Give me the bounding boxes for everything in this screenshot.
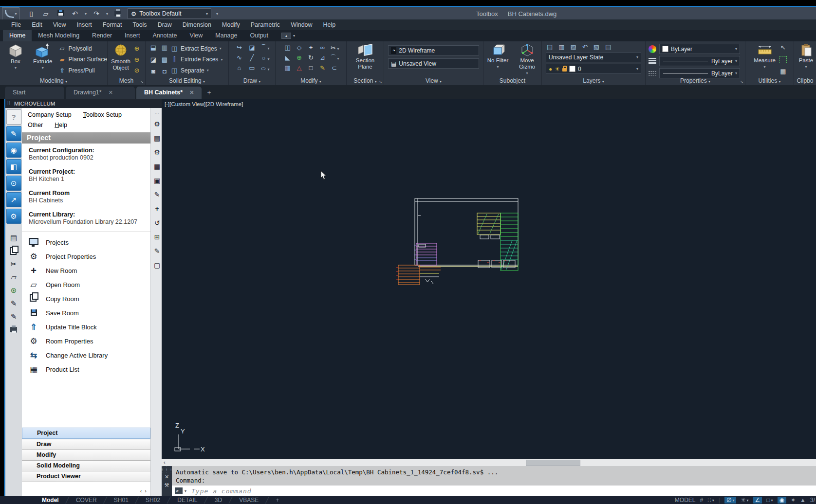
menu-edit[interactable]: Edit — [26, 21, 48, 28]
palette-scroll-nav[interactable]: ‹› — [140, 488, 149, 494]
layer-state-dropdown[interactable]: Unsaved Layer State▾ — [546, 52, 641, 62]
panel-utilities-label[interactable]: Utilities ▾ — [745, 77, 794, 84]
product-list-button[interactable]: ▦Product List — [22, 362, 150, 377]
accordion-product-viewer[interactable]: Product Viewer — [22, 471, 150, 482]
file-tab-start[interactable]: Start — [5, 87, 64, 99]
polysolid-button[interactable]: ▱Polysolid — [58, 44, 107, 53]
open-room-button[interactable]: ▱Open Room — [22, 278, 150, 292]
layout-tab-3d[interactable]: 3D — [208, 497, 229, 504]
extract-edges-button[interactable]: ◫Extract Edges▾ — [170, 44, 223, 53]
annotation-visibility-icon[interactable]: ◉ — [778, 497, 786, 504]
panel-view-label[interactable]: View ▾ — [384, 77, 483, 84]
projects-button[interactable]: Projects — [22, 235, 150, 250]
layout-tab-sh01[interactable]: SH01 — [107, 497, 135, 504]
ribbon-tab-mesh-modeling[interactable]: Mesh Modeling — [32, 30, 86, 41]
mesh-refine-button[interactable]: ⊕ — [133, 44, 141, 53]
separate-button[interactable]: ◫Separate▾ — [170, 66, 223, 75]
clipboard-tool-button[interactable]: ▤ — [7, 231, 20, 244]
menu-help[interactable]: Help — [318, 21, 341, 28]
open-file-icon[interactable]: ▱ — [41, 10, 51, 18]
trim-dropdown[interactable]: ✂▾ — [329, 43, 339, 52]
hatch-icon[interactable]: ◪ — [248, 44, 256, 51]
visual-style-dropdown[interactable]: ◔ 2D Wireframe — [388, 45, 479, 55]
subtract-icon[interactable]: ◪ — [149, 56, 157, 63]
extrude-button[interactable]: Extrude▾ — [31, 42, 55, 71]
section-dialog-launcher[interactable]: ↘ — [378, 79, 382, 84]
layer-freeze-icon[interactable]: ▧ — [593, 43, 599, 51]
move-icon[interactable]: + — [307, 44, 315, 51]
menu-parametric[interactable]: Parametric — [245, 21, 285, 28]
scrollbar-thumb[interactable] — [526, 460, 580, 466]
panel-modify-label[interactable]: Modify ▾ — [276, 77, 346, 84]
layer-dropdown[interactable]: ● ☀ 0▾ — [546, 64, 641, 74]
select-similar-icon[interactable] — [779, 56, 787, 63]
report-edit-button[interactable]: ✎ — [7, 297, 20, 310]
offset-icon[interactable]: ⊿ — [319, 54, 327, 61]
object-color-dropdown[interactable]: ByLayer▾ — [659, 44, 740, 54]
table-icon[interactable]: ▦ — [154, 159, 160, 173]
app-logo-button[interactable]: ▾ — [2, 7, 19, 20]
command-history[interactable]: Automatic save to C:\Users\ben.h\AppData… — [172, 466, 816, 487]
panel-subobject-label[interactable]: Subobject — [483, 77, 541, 84]
file-tab-bh-cabinets[interactable]: BH Cabinets*✕ — [136, 87, 202, 99]
new-layout-button[interactable]: + — [269, 497, 286, 504]
qat-customize-dropdown[interactable]: ▾ — [216, 12, 218, 16]
menu-help[interactable]: Help — [55, 122, 67, 128]
menu-format[interactable]: Format — [97, 21, 128, 28]
horizontal-scrollbar[interactable]: ‹ — [162, 459, 816, 466]
viewport-controls[interactable]: [-][Custom View][2D Wireframe] — [165, 101, 243, 107]
open-folder-button[interactable]: ▱ — [7, 270, 20, 284]
rotate-icon[interactable]: ↻ — [307, 54, 315, 61]
undo-icon[interactable]: ↶ — [70, 10, 80, 18]
close-icon[interactable]: ✕ — [109, 87, 113, 99]
command-close-icon[interactable]: ✕ — [165, 474, 169, 480]
pencil-icon[interactable]: ✎ — [154, 187, 160, 201]
properties-dialog-launcher[interactable]: ↘ — [740, 79, 743, 84]
model-space-indicator[interactable]: MODEL — [675, 497, 696, 504]
circle-dropdown[interactable]: ○▾ — [260, 54, 269, 62]
project-properties-button[interactable]: ⚙Project Properties — [22, 250, 150, 264]
cleanup-tool-button[interactable]: ✂ — [7, 257, 20, 270]
drawing-canvas[interactable]: [-][Custom View][2D Wireframe] — [162, 99, 816, 459]
layout-tab-model[interactable]: Model — [35, 497, 66, 504]
named-view-dropdown[interactable]: ▤ Unsaved View — [388, 58, 479, 69]
quick-calc-icon[interactable]: ▦ — [779, 68, 787, 75]
erase-icon[interactable]: ✎ — [319, 64, 327, 72]
menu-company-setup[interactable]: Company Setup — [28, 111, 72, 118]
mesh-crease-button[interactable]: ⊘ — [133, 66, 141, 75]
isodraft-icon[interactable]: ∠ — [753, 497, 762, 504]
web-library-button[interactable]: ⊛ — [7, 284, 20, 297]
settings-gear-icon[interactable]: ⚙ — [154, 117, 160, 131]
new-drawing-tab-button[interactable]: + — [207, 87, 211, 99]
move-gizmo-button[interactable]: Move Gizmo▾ — [514, 42, 540, 76]
ribbon-collapse-dropdown[interactable]: ▾ — [293, 34, 295, 38]
settings-button[interactable]: ⚙ — [6, 209, 21, 224]
close-icon[interactable]: ✕ — [189, 87, 194, 99]
render-tool-button[interactable]: ◉ — [6, 143, 21, 158]
ribbon-tab-view[interactable]: View — [183, 30, 209, 41]
layout-tab-cover[interactable]: COVER — [69, 497, 104, 504]
mesh-reduce-button[interactable]: ⊖ — [133, 55, 141, 64]
menu-toolbox-setup[interactable]: Toolbox Setup — [83, 111, 122, 118]
command-input-row[interactable]: >_ ▾ Type a command — [172, 486, 816, 496]
array-icon[interactable]: ▦ — [284, 64, 292, 72]
palette-title-bar[interactable]: ⁞⁞ MICROVELLUM — [5, 99, 163, 108]
polyline-icon[interactable]: ∿ — [236, 54, 243, 61]
planar-surface-button[interactable]: ▰Planar Surface — [58, 55, 107, 64]
section-plane-button[interactable]: Section Plane — [350, 42, 380, 70]
room-properties-button[interactable]: ⚙Room Properties — [22, 334, 150, 348]
rectangle-icon[interactable]: ▭ — [248, 64, 256, 72]
autoscale-icon[interactable]: ✶ — [791, 497, 796, 504]
linetype-icon[interactable] — [649, 70, 656, 77]
ribbon-tab-annotate[interactable]: Annotate — [146, 30, 183, 41]
save-icon[interactable] — [56, 10, 65, 18]
object-snap-icon[interactable]: □▾ — [766, 497, 773, 504]
paint-icon[interactable]: ✎ — [154, 244, 160, 258]
color-wheel-icon[interactable] — [649, 45, 656, 53]
menu-window[interactable]: Window — [285, 21, 317, 28]
new-file-icon[interactable]: ▯ — [26, 10, 36, 18]
snap-mode-icon[interactable]: ∷▾ — [707, 497, 714, 504]
menu-other[interactable]: Other — [28, 122, 43, 128]
extrude-faces-button[interactable]: ⫿Extrude Faces▾ — [170, 55, 223, 64]
menu-dimension[interactable]: Dimension — [177, 21, 217, 28]
